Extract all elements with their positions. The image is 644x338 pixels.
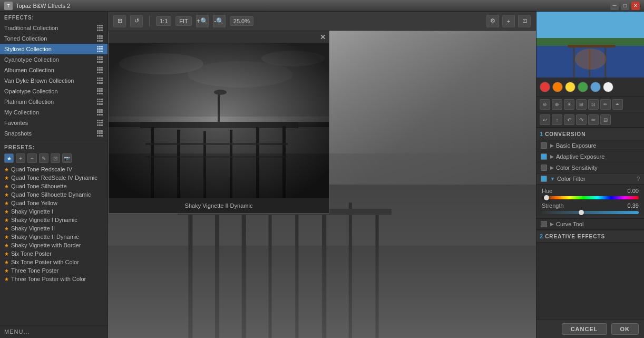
presets-delete-button[interactable]: − [27, 153, 37, 163]
color-sensitivity-arrow: ▶ [550, 165, 554, 170]
adaptive-exposure-item[interactable]: ▶ Adaptive Exposure [536, 151, 644, 162]
svg-rect-39 [568, 45, 616, 47]
effect-item-stylized[interactable]: Stylized Collection [0, 44, 108, 54]
ok-button[interactable]: OK [611, 323, 639, 335]
preset-item-9[interactable]: ★Shaky Vignette with Border [0, 241, 108, 249]
tool-button-circle-plus[interactable]: ⊕ [552, 99, 562, 110]
tool-button-camera[interactable]: ⊡ [588, 99, 599, 110]
swatch-blue[interactable] [590, 82, 601, 92]
effect-grid-icon-albumen [97, 67, 103, 73]
top-toolbar: ⊞ ↺ 1:1 FIT +🔍 -🔍 25.0% ⚙ + ⊡ [108, 12, 536, 31]
settings-button[interactable]: ⚙ [486, 15, 499, 27]
maximize-button[interactable]: □ [621, 2, 629, 10]
preset-star-4: ★ [4, 200, 9, 206]
tool-button-circle-minus[interactable]: ⊖ [540, 99, 550, 110]
curve-tool-checkbox[interactable] [541, 221, 547, 227]
tool-button-pen[interactable]: ✒ [612, 99, 623, 110]
preset-item-2[interactable]: ★Quad Tone Silhouette [0, 182, 108, 190]
add-layer-button[interactable]: + [502, 15, 515, 27]
presets-rename-button[interactable]: ✎ [39, 153, 48, 163]
preset-star-9: ★ [4, 243, 9, 248]
strength-slider[interactable] [542, 211, 639, 214]
preset-item-3[interactable]: ★Quad Tone Silhouette Dynamic [0, 190, 108, 199]
strength-slider-thumb[interactable] [579, 210, 584, 215]
effect-item-albumen[interactable]: Albumen Collection [0, 65, 108, 75]
effect-item-mycollection[interactable]: My Collection [0, 107, 108, 118]
preset-item-10[interactable]: ★Six Tone Poster [0, 249, 108, 258]
curve-tool-item[interactable]: ▶ Curve Tool [536, 219, 644, 230]
basic-exposure-checkbox[interactable] [541, 142, 547, 149]
effect-grid-icon-platinum [97, 99, 103, 105]
preset-item-13[interactable]: ★Three Tone Poster with Color [0, 275, 108, 283]
effect-item-vandyke[interactable]: Van Dyke Brown Collection [0, 75, 108, 86]
presets-star-button[interactable]: ★ [4, 153, 14, 163]
preset-item-0[interactable]: ★Quad Tone Redscale IV [0, 165, 108, 173]
tool-button-brush[interactable]: ✏ [600, 99, 611, 110]
hue-slider[interactable] [542, 196, 639, 199]
grid-view-button[interactable]: ⊞ [113, 15, 126, 27]
zoom-in-button[interactable]: +🔍 [196, 15, 209, 27]
presets-add-button[interactable]: + [16, 153, 25, 163]
creative-effects-title: CREATIVE EFFECTS [545, 234, 605, 239]
effect-item-cyanotype[interactable]: Cyanotype Collection [0, 54, 108, 65]
hue-slider-thumb[interactable] [544, 195, 549, 200]
color-filter-help[interactable]: ? [637, 176, 640, 182]
nav-button-redo-up[interactable]: ↑ [552, 114, 562, 125]
zoom-value[interactable]: 25.0% [230, 16, 253, 26]
preview-close-button[interactable]: ✕ [320, 33, 326, 41]
zoom-fit[interactable]: FIT [175, 16, 192, 26]
adaptive-exposure-checkbox[interactable] [541, 153, 547, 160]
minimize-button[interactable]: ─ [610, 2, 619, 10]
effect-item-opalotype[interactable]: Opalotype Collection [0, 86, 108, 96]
effect-item-favorites[interactable]: Favorites [0, 118, 108, 128]
preset-item-1[interactable]: ★Quad Tone RedScale IV Dynamic [0, 173, 108, 182]
preset-label-0: Quad Tone Redscale IV [11, 166, 72, 172]
swatch-red[interactable] [540, 82, 550, 92]
preset-item-4[interactable]: ★Quad Tone Yellow [0, 199, 108, 207]
menu-button[interactable]: MENU... [0, 325, 108, 338]
color-filter-expanded: Hue 0.00 Strength 0.39 [536, 185, 644, 219]
zoom-ratio[interactable]: 1:1 [156, 16, 171, 26]
color-sensitivity-checkbox[interactable] [541, 165, 547, 171]
color-filter-item[interactable]: ▼ Color Filter ? [536, 173, 644, 185]
preset-item-11[interactable]: ★Six Tone Poster with Color [0, 258, 108, 266]
effect-label-vandyke: Van Dyke Brown Collection [4, 78, 74, 84]
conversion-section-header[interactable]: 1 CONVERSION [536, 128, 644, 140]
preset-item-5[interactable]: ★Shaky Vignette I [0, 207, 108, 216]
swatch-green[interactable] [578, 82, 588, 92]
conversion-title: CONVERSION [545, 131, 586, 137]
preset-item-12[interactable]: ★Three Tone Poster [0, 266, 108, 275]
creative-effects-section-header[interactable]: 2 CREATIVE EFFECTS [536, 230, 644, 243]
fullscreen-button[interactable]: ⊡ [518, 15, 531, 27]
nav-button-nav-fwd[interactable]: ↷ [576, 114, 587, 125]
nav-button-brush2[interactable]: ✏ [588, 114, 599, 125]
effect-label-snapshots: Snapshots [4, 130, 32, 137]
close-button[interactable]: ✕ [631, 2, 640, 10]
preset-item-8[interactable]: ★Shaky Vignette II Dynamic [0, 233, 108, 241]
svg-rect-36 [536, 12, 644, 38]
effect-item-traditional[interactable]: Traditional Collection [0, 23, 108, 33]
presets-camera-button[interactable]: 📷 [62, 153, 72, 163]
basic-exposure-item[interactable]: ▶ Basic Exposure [536, 140, 644, 151]
swatch-white[interactable] [603, 82, 613, 92]
effect-item-snapshots[interactable]: Snapshots [0, 128, 108, 139]
color-filter-arrow: ▼ [550, 176, 555, 181]
preset-item-6[interactable]: ★Shaky Vignette I Dynamic [0, 216, 108, 224]
swatch-orange[interactable] [552, 82, 563, 92]
cancel-button[interactable]: CANCEL [562, 323, 607, 335]
preset-item-7[interactable]: ★Shaky Vignette II [0, 224, 108, 233]
tool-button-sun[interactable]: ☀ [564, 99, 574, 110]
swatch-yellow[interactable] [565, 82, 575, 92]
refresh-button[interactable]: ↺ [130, 15, 143, 27]
nav-button-undo[interactable]: ↩ [540, 114, 550, 125]
color-filter-checkbox[interactable] [541, 176, 547, 182]
nav-button-layers[interactable]: ⊟ [600, 114, 611, 125]
svg-rect-37 [536, 38, 644, 46]
color-sensitivity-item[interactable]: ▶ Color Sensitivity [536, 162, 644, 173]
nav-button-nav-back[interactable]: ↶ [564, 114, 574, 125]
presets-copy-button[interactable]: ⊡ [51, 153, 60, 163]
tool-button-grid[interactable]: ⊞ [576, 99, 587, 110]
zoom-out-button[interactable]: -🔍 [213, 15, 226, 27]
effect-item-platinum[interactable]: Platinum Collection [0, 96, 108, 107]
effect-item-toned[interactable]: Toned Collection [0, 33, 108, 44]
